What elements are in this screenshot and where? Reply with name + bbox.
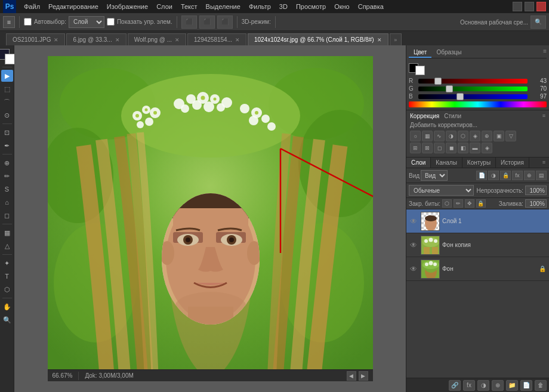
menu-window[interactable]: Окно [331, 2, 353, 11]
menu-select[interactable]: Выделение [202, 2, 244, 11]
canvas-area[interactable]: 66.67% Доk: 3,00M/3,00M ◀ ▶ [14, 45, 406, 392]
gradient-tool[interactable]: ▦ [1, 227, 13, 239]
delete-layer-button[interactable]: 🗑 [535, 380, 547, 391]
kind-dropdown[interactable]: Вид [421, 170, 448, 181]
menu-help[interactable]: Справка [354, 2, 387, 11]
auto-select-dropdown[interactable]: Слой Группа [69, 16, 104, 28]
tab-6jpg[interactable]: 6.jpg @ 33.3... ✕ [66, 33, 126, 45]
channel-mixer-icon[interactable]: ⊞ [410, 143, 421, 153]
close-tab-1024[interactable]: ✕ [377, 37, 382, 43]
menu-3d[interactable]: 3D [276, 2, 291, 11]
tab-os21001[interactable]: OS21001.JPG ✕ [6, 33, 65, 45]
photofilter-icon[interactable]: ▽ [505, 131, 516, 141]
b-thumb[interactable] [457, 93, 464, 100]
lock-layer-button[interactable]: 🔒 [500, 171, 511, 180]
r-slider[interactable] [418, 79, 528, 84]
add-mask-button[interactable]: ◑ [488, 171, 499, 180]
crop-tool[interactable]: ⊡ [1, 126, 13, 138]
history-brush-tool[interactable]: ⌂ [1, 196, 13, 208]
group-button[interactable]: ▤ [536, 171, 547, 180]
vibrance-icon[interactable]: ⬡ [458, 131, 468, 141]
menu-layers[interactable]: Слои [153, 2, 176, 11]
tab-samples[interactable]: Образцы [431, 48, 466, 58]
fx-button[interactable]: fx [512, 171, 523, 180]
pen-tool[interactable]: ✦ [1, 257, 13, 269]
posterize-icon[interactable]: ◼ [446, 143, 457, 153]
hsl-icon[interactable]: ◈ [470, 131, 480, 141]
zoom-tool[interactable]: 🔍 [1, 314, 13, 326]
stamp-tool[interactable]: S [1, 183, 13, 195]
background-color[interactable] [5, 54, 16, 64]
type-tool[interactable]: T [1, 270, 13, 282]
quick-select-tool[interactable]: ⊙ [1, 109, 13, 121]
blend-mode-dropdown[interactable]: Обычные Умножение Осветление [409, 185, 474, 196]
status-right-button[interactable]: ▶ [359, 371, 368, 381]
add-style-button[interactable]: fx [463, 380, 475, 391]
r-thumb[interactable] [434, 78, 442, 85]
shape-tool[interactable]: ⬡ [1, 283, 13, 295]
search-button[interactable]: 🔍 [531, 16, 546, 29]
show-transform-checkbox[interactable] [107, 18, 115, 26]
close-tab-1294[interactable]: ✕ [235, 37, 240, 43]
align-center-button[interactable]: ⬛ [199, 16, 215, 29]
minimize-button[interactable] [513, 2, 522, 11]
color-panel-menu[interactable]: ≡ [543, 48, 547, 58]
tab-wolf[interactable]: Wolf.png @ ... ✕ [128, 33, 186, 45]
tab-1024[interactable]: 1024x1024sr.jpg @ 66.7% (Слой 1, RGB/8#)… [248, 33, 388, 45]
brush-tool[interactable]: ✏ [1, 170, 13, 182]
marquee-tool[interactable]: ⬚ [1, 83, 13, 95]
tab-1294[interactable]: 1294258154... ✕ [187, 33, 246, 45]
layer-visibility-fon-copy[interactable]: 👁 [409, 240, 418, 250]
close-button[interactable] [536, 2, 546, 11]
lasso-tool[interactable]: ⌒ [1, 96, 13, 108]
bw-icon[interactable]: ▣ [494, 131, 504, 141]
menu-file[interactable]: Файл [20, 2, 44, 11]
menu-filter[interactable]: Фильтр [245, 2, 274, 11]
layer-visibility-1[interactable]: 👁 [409, 217, 418, 226]
layer-item-1[interactable]: 👁 [406, 209, 549, 233]
fill-input[interactable] [525, 199, 547, 208]
invert-icon[interactable]: ◻ [434, 143, 445, 153]
tab-style[interactable]: Стили [444, 113, 461, 119]
add-group-button[interactable]: 📁 [506, 380, 518, 391]
blur-tool[interactable]: △ [1, 240, 13, 252]
spectrum-bar[interactable] [409, 101, 547, 107]
lock-position-button[interactable]: ✥ [465, 199, 474, 208]
gradient-map-icon[interactable]: ▬ [470, 143, 480, 153]
g-thumb[interactable] [446, 85, 453, 92]
layer-item-fon[interactable]: 👁 Фон 🔒 [406, 257, 549, 281]
opacity-input[interactable] [525, 186, 547, 195]
eyedropper-tool[interactable]: ✒ [1, 140, 13, 152]
menu-view[interactable]: Просмотр [292, 2, 329, 11]
background-color-swatch[interactable] [415, 66, 425, 75]
canvas[interactable] [48, 56, 373, 381]
eraser-tool[interactable]: ◻ [1, 209, 13, 221]
exposure-icon[interactable]: ◑ [446, 131, 457, 141]
lock-all-button[interactable]: 🔒 [476, 199, 486, 208]
close-tab-os21001[interactable]: ✕ [54, 37, 58, 43]
align-left-button[interactable]: ⬛ [181, 16, 197, 29]
color-swatches[interactable] [0, 49, 16, 64]
hand-tool[interactable]: ✋ [1, 301, 13, 313]
tab-correction[interactable]: Коррекция [410, 113, 439, 119]
add-mask-bottom-button[interactable]: ◑ [477, 380, 489, 391]
b-slider[interactable] [418, 94, 528, 99]
align-right-button[interactable]: ⬛ [217, 16, 233, 29]
threshold-icon[interactable]: ◧ [458, 143, 468, 153]
colorlookup-icon[interactable]: ⊠ [422, 143, 433, 153]
lock-pixels-button[interactable]: ✏ [454, 199, 463, 208]
tab-contours[interactable]: Контуры [462, 158, 496, 168]
adjustment-button[interactable]: ⊕ [524, 171, 535, 180]
tab-history[interactable]: История [496, 158, 529, 168]
brightness-icon[interactable]: ☼ [410, 131, 421, 141]
tab-layers[interactable]: Слои [406, 158, 431, 168]
correction-panel-menu[interactable]: ≡ [542, 113, 545, 119]
layer-item-fon-copy[interactable]: 👁 Фон копия [406, 233, 549, 257]
layer-visibility-fon[interactable]: 👁 [409, 264, 418, 274]
g-slider[interactable] [418, 87, 528, 91]
auto-select-checkbox[interactable] [24, 18, 32, 26]
colorbalance-icon[interactable]: ⊕ [482, 131, 492, 141]
tab-overflow-button[interactable]: » [390, 33, 402, 45]
add-layer-button[interactable]: 📄 [476, 171, 487, 180]
menu-text[interactable]: Текст [177, 2, 201, 11]
